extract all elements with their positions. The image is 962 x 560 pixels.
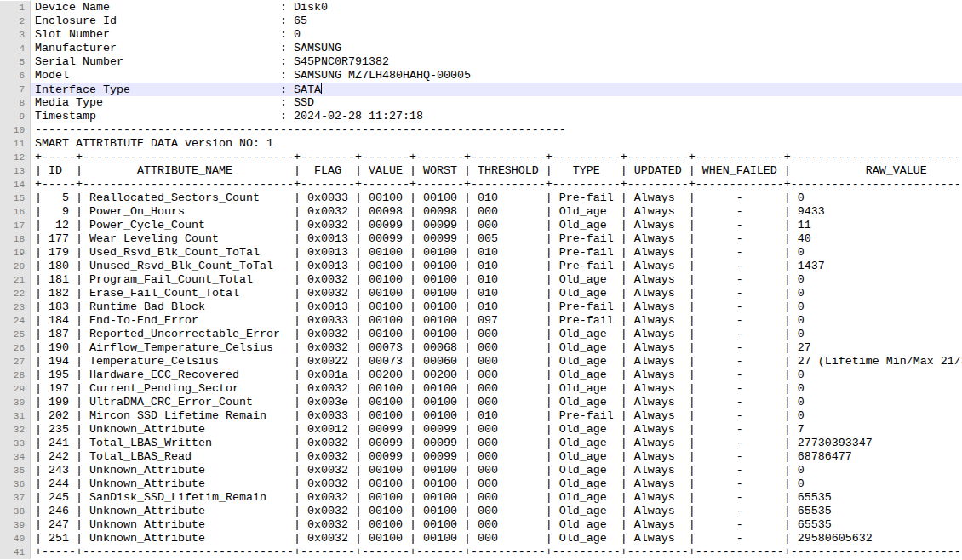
editor-line: 24| 184 | End-To-End_Error | 0x0033 | 00… <box>0 314 962 328</box>
line-text[interactable]: | 180 | Unused_Rsvd_Blk_Count_ToTal | 0x… <box>31 260 962 273</box>
line-text[interactable]: | 199 | UltraDMA_CRC_Error_Count | 0x003… <box>31 396 962 409</box>
line-text[interactable]: | 246 | Unknown_Attribute | 0x0032 | 001… <box>31 505 962 518</box>
line-text[interactable]: +-----+-------------------------------+-… <box>31 151 962 164</box>
line-text[interactable]: | 247 | Unknown_Attribute | 0x0032 | 001… <box>31 518 962 532</box>
line-number[interactable]: 14 <box>0 178 31 191</box>
line-text[interactable]: | 194 | Temperature_Celsius | 0x0022 | 0… <box>31 355 962 369</box>
line-number[interactable]: 11 <box>0 137 31 151</box>
line-text[interactable]: Enclosure Id : 65 <box>31 14 962 28</box>
line-text[interactable]: Media Type : SSD <box>31 96 962 110</box>
line-text[interactable]: | 242 | Total_LBAS_Read | 0x0032 | 00099… <box>31 450 962 464</box>
line-number[interactable]: 33 <box>0 437 31 450</box>
line-text[interactable]: +-----+-------------------------------+-… <box>31 546 962 559</box>
line-text[interactable]: SMART ATTRIBIUTE DATA version NO: 1 <box>31 137 962 151</box>
editor-line: 6Model : SAMSUNG MZ7LH480HAHQ-00005 <box>0 69 962 83</box>
line-number[interactable]: 34 <box>0 450 31 464</box>
line-number[interactable]: 3 <box>0 28 31 42</box>
line-number[interactable]: 24 <box>0 314 31 328</box>
line-text[interactable]: | ID | ATTRIBUTE_NAME | FLAG | VALUE | W… <box>31 164 962 178</box>
line-text[interactable]: | 245 | SanDisk_SSD_Lifetim_Remain | 0x0… <box>31 491 962 505</box>
line-number[interactable]: 1 <box>0 1 31 14</box>
line-text[interactable]: | 241 | Total_LBAS_Written | 0x0032 | 00… <box>31 437 962 450</box>
line-number[interactable]: 29 <box>0 382 31 396</box>
line-text[interactable]: | 235 | Unknown_Attribute | 0x0012 | 000… <box>31 423 962 437</box>
line-text[interactable]: | 181 | Program_Fail_Count_Total | 0x003… <box>31 273 962 287</box>
line-text[interactable]: | 179 | Used_Rsvd_Blk_Count_ToTal | 0x00… <box>31 246 962 260</box>
line-number[interactable]: 37 <box>0 491 31 505</box>
line-number[interactable]: 25 <box>0 328 31 341</box>
line-number[interactable]: 30 <box>0 396 31 409</box>
editor-line: 5Serial Number : S45PNC0R791382 <box>0 55 962 69</box>
line-number[interactable]: 12 <box>0 151 31 164</box>
line-number[interactable]: 28 <box>0 369 31 382</box>
line-text[interactable]: | 195 | Hardware_ECC_Recovered | 0x001a … <box>31 369 962 382</box>
line-text[interactable]: +-----+-------------------------------+-… <box>31 178 962 191</box>
line-number[interactable]: 9 <box>0 110 31 123</box>
editor-line: 36| 244 | Unknown_Attribute | 0x0032 | 0… <box>0 477 962 491</box>
line-text[interactable]: | 190 | Airflow_Temperature_Celsius | 0x… <box>31 341 962 355</box>
line-number[interactable]: 5 <box>0 55 31 69</box>
line-text[interactable]: | 202 | Mircon_SSD_Lifetime_Remain | 0x0… <box>31 409 962 423</box>
line-text[interactable]: | 177 | Wear_Leveling_Count | 0x0013 | 0… <box>31 232 962 246</box>
line-text[interactable]: | 184 | End-To-End_Error | 0x0033 | 0010… <box>31 314 962 328</box>
line-number[interactable]: 39 <box>0 518 31 532</box>
line-number[interactable]: 10 <box>0 123 31 137</box>
editor-line: 15| 5 | Reallocated_Sectors_Count | 0x00… <box>0 191 962 205</box>
editor-lines: 1Device Name : Disk02Enclosure Id : 653S… <box>0 1 962 559</box>
line-text[interactable]: | 182 | Erase_Fail_Count_Total | 0x0032 … <box>31 287 962 300</box>
line-number[interactable]: 40 <box>0 532 31 546</box>
line-number[interactable]: 2 <box>0 14 31 28</box>
editor-line: 13| ID | ATTRIBUTE_NAME | FLAG | VALUE |… <box>0 164 962 178</box>
line-number[interactable]: 20 <box>0 260 31 273</box>
editor-line: 25| 187 | Reported_Uncorrectable_Error |… <box>0 328 962 341</box>
line-number[interactable]: 6 <box>0 69 31 83</box>
line-number[interactable]: 13 <box>0 164 31 178</box>
line-number[interactable]: 22 <box>0 287 31 300</box>
line-number[interactable]: 26 <box>0 341 31 355</box>
line-number[interactable]: 35 <box>0 464 31 477</box>
editor-line: 8Media Type : SSD <box>0 96 962 110</box>
line-number[interactable]: 19 <box>0 246 31 260</box>
line-number[interactable]: 16 <box>0 205 31 219</box>
editor-line: 35| 243 | Unknown_Attribute | 0x0032 | 0… <box>0 464 962 477</box>
line-text[interactable]: | 243 | Unknown_Attribute | 0x0032 | 001… <box>31 464 962 477</box>
line-number[interactable]: 7 <box>0 83 31 96</box>
line-number[interactable]: 21 <box>0 273 31 287</box>
line-number[interactable]: 17 <box>0 219 31 232</box>
line-text[interactable]: Timestamp : 2024-02-28 11:27:18 <box>31 110 962 123</box>
text-editor[interactable]: 1Device Name : Disk02Enclosure Id : 653S… <box>0 0 962 560</box>
line-number[interactable]: 4 <box>0 42 31 55</box>
line-text[interactable]: ----------------------------------------… <box>31 123 962 137</box>
editor-line: 32| 235 | Unknown_Attribute | 0x0012 | 0… <box>0 423 962 437</box>
line-text[interactable]: Model : SAMSUNG MZ7LH480HAHQ-00005 <box>31 69 962 83</box>
line-text[interactable]: Device Name : Disk0 <box>31 1 962 14</box>
line-text[interactable]: | 251 | Unknown_Attribute | 0x0032 | 001… <box>31 532 962 546</box>
line-number[interactable]: 15 <box>0 191 31 205</box>
editor-line: 20| 180 | Unused_Rsvd_Blk_Count_ToTal | … <box>0 260 962 273</box>
editor-line: 33| 241 | Total_LBAS_Written | 0x0032 | … <box>0 437 962 450</box>
line-text[interactable]: | 5 | Reallocated_Sectors_Count | 0x0033… <box>31 191 962 205</box>
line-number[interactable]: 38 <box>0 505 31 518</box>
text-cursor <box>321 83 322 94</box>
line-text[interactable]: | 197 | Current_Pending_Sector | 0x0032 … <box>31 382 962 396</box>
line-number[interactable]: 31 <box>0 409 31 423</box>
editor-line: 19| 179 | Used_Rsvd_Blk_Count_ToTal | 0x… <box>0 246 962 260</box>
line-number[interactable]: 32 <box>0 423 31 437</box>
line-text[interactable]: Manufacturer : SAMSUNG <box>31 42 962 55</box>
line-text[interactable]: Slot Number : 0 <box>31 28 962 42</box>
line-number[interactable]: 27 <box>0 355 31 369</box>
line-number[interactable]: 41 <box>0 546 31 559</box>
editor-line: 17| 12 | Power_Cycle_Count | 0x0032 | 00… <box>0 219 962 232</box>
line-number[interactable]: 23 <box>0 300 31 314</box>
line-text[interactable]: | 244 | Unknown_Attribute | 0x0032 | 001… <box>31 477 962 491</box>
line-text[interactable]: | 9 | Power_On_Hours | 0x0032 | 00098 | … <box>31 205 962 219</box>
line-number[interactable]: 18 <box>0 232 31 246</box>
line-text[interactable]: Serial Number : S45PNC0R791382 <box>31 55 962 69</box>
line-text[interactable]: | 187 | Reported_Uncorrectable_Error | 0… <box>31 328 962 341</box>
line-text[interactable]: | 12 | Power_Cycle_Count | 0x0032 | 0009… <box>31 219 962 232</box>
line-number[interactable]: 8 <box>0 96 31 110</box>
editor-line: 16| 9 | Power_On_Hours | 0x0032 | 00098 … <box>0 205 962 219</box>
line-text[interactable]: | 183 | Runtime_Bad_Block | 0x0013 | 001… <box>31 300 962 314</box>
line-text[interactable]: Interface Type : SATA <box>31 83 962 96</box>
line-number[interactable]: 36 <box>0 477 31 491</box>
